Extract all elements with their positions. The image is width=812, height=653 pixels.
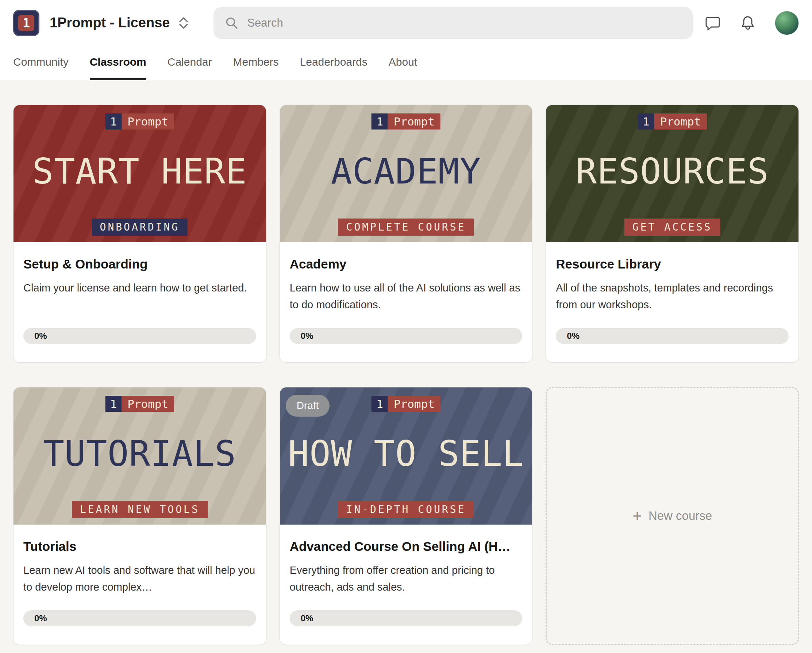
progress-bar: 0%	[556, 328, 789, 344]
brand-one-box: 1	[371, 396, 388, 412]
draft-badge: Draft	[286, 395, 330, 417]
progress-bar: 0%	[290, 328, 523, 344]
cover-tag: GET ACCESS	[624, 218, 720, 236]
plus-icon: +	[632, 508, 642, 524]
brand-prompt-box: Prompt	[122, 396, 174, 412]
cover-tag: LEARN NEW TOOLS	[72, 501, 208, 518]
brand-one-box: 1	[638, 113, 654, 130]
tab-classroom[interactable]: Classroom	[90, 46, 147, 80]
course-cover: 1 Prompt ACADEMY COMPLETE COURSE	[280, 105, 533, 242]
progress-bar: 0%	[23, 328, 256, 344]
brand-one-box: 1	[105, 113, 122, 130]
cover-tag: COMPLETE COURSE	[338, 218, 474, 236]
course-card-body: Tutorials Learn new AI tools and softwar…	[14, 525, 266, 645]
course-title: Advanced Course On Selling AI (H…	[290, 539, 523, 554]
community-title[interactable]: 1Prompt - License	[50, 15, 170, 31]
progress-label: 0%	[567, 331, 580, 341]
course-description: All of the snapshots, templates and reco…	[556, 279, 789, 313]
brand-prompt-box: Prompt	[388, 113, 441, 130]
progress-label: 0%	[34, 613, 47, 624]
course-card-body: Academy Learn how to use all of the AI s…	[280, 242, 533, 362]
bell-icon[interactable]	[740, 15, 756, 31]
cover-title: START HERE	[32, 151, 247, 192]
cover-title: HOW TO SELL	[288, 433, 524, 474]
tab-leaderboards[interactable]: Leaderboards	[300, 46, 368, 80]
chat-icon[interactable]	[705, 15, 721, 31]
course-description: Claim your license and learn how to get …	[23, 279, 256, 313]
course-description: Learn new AI tools and software that wil…	[23, 562, 256, 596]
course-cover: 1 Prompt START HERE ONBOARDING	[14, 105, 266, 242]
brand-prompt-box: Prompt	[388, 396, 441, 412]
oneprompt-brand-badge: 1 Prompt	[105, 396, 174, 412]
course-card-setup-onboarding[interactable]: 1 Prompt START HERE ONBOARDING Setup & O…	[13, 105, 266, 363]
search-bar[interactable]	[214, 7, 693, 39]
cover-tag: ONBOARDING	[92, 218, 188, 236]
nav-tabs: Community Classroom Calendar Members Lea…	[0, 46, 812, 80]
classroom-main: 1 Prompt START HERE ONBOARDING Setup & O…	[0, 80, 812, 653]
course-cover: Draft 1 Prompt HOW TO SELL IN-DEPTH COUR…	[280, 388, 533, 525]
brand-prompt-box: Prompt	[122, 113, 174, 130]
oneprompt-brand-badge: 1 Prompt	[105, 113, 174, 130]
course-cover: 1 Prompt RESOURCES GET ACCESS	[546, 105, 798, 242]
cover-tag: IN-DEPTH COURSE	[338, 501, 474, 518]
cover-title: ACADEMY	[331, 151, 481, 192]
community-logo-mark: 1	[18, 15, 34, 31]
oneprompt-brand-badge: 1 Prompt	[371, 113, 441, 130]
new-course-label: New course	[649, 509, 712, 523]
brand-prompt-box: Prompt	[654, 113, 707, 130]
course-title: Resource Library	[556, 257, 789, 272]
tab-calendar[interactable]: Calendar	[168, 46, 212, 80]
header-actions	[705, 11, 799, 35]
course-title: Setup & Onboarding	[23, 257, 256, 272]
avatar[interactable]	[775, 11, 799, 35]
cover-title: RESOURCES	[576, 151, 769, 192]
progress-label: 0%	[34, 331, 47, 341]
community-logo[interactable]: 1	[13, 10, 40, 36]
course-description: Learn how to use all of the AI solutions…	[290, 279, 523, 313]
course-card-body: Resource Library All of the snapshots, t…	[546, 242, 798, 362]
search-icon	[225, 17, 238, 29]
tab-about[interactable]: About	[389, 46, 417, 80]
course-card-how-to-sell[interactable]: Draft 1 Prompt HOW TO SELL IN-DEPTH COUR…	[279, 387, 533, 645]
progress-label: 0%	[301, 331, 313, 341]
course-grid: 1 Prompt START HERE ONBOARDING Setup & O…	[13, 105, 799, 645]
brand-one-box: 1	[105, 396, 122, 412]
course-description: Everything from offer creation and prici…	[290, 562, 523, 596]
course-card-resource-library[interactable]: 1 Prompt RESOURCES GET ACCESS Resource L…	[546, 105, 799, 363]
oneprompt-brand-badge: 1 Prompt	[371, 396, 441, 412]
header-top: 1 1Prompt - License	[0, 0, 812, 46]
header: 1 1Prompt - License	[0, 0, 812, 80]
search-input[interactable]	[247, 17, 681, 29]
tab-community[interactable]: Community	[13, 46, 69, 80]
course-cover: 1 Prompt TUTORIALS LEARN NEW TOOLS	[14, 388, 266, 525]
course-title: Tutorials	[23, 539, 256, 554]
progress-label: 0%	[301, 613, 313, 624]
brand-one-box: 1	[371, 113, 388, 130]
oneprompt-brand-badge: 1 Prompt	[638, 113, 707, 130]
course-card-body: Setup & Onboarding Claim your license an…	[14, 242, 266, 362]
community-switcher-icon[interactable]	[179, 17, 188, 29]
course-title: Academy	[290, 257, 523, 272]
progress-bar: 0%	[290, 610, 523, 626]
tab-members[interactable]: Members	[233, 46, 279, 80]
new-course-button[interactable]: + New course	[546, 387, 799, 645]
course-card-tutorials[interactable]: 1 Prompt TUTORIALS LEARN NEW TOOLS Tutor…	[13, 387, 266, 645]
course-card-body: Advanced Course On Selling AI (H… Everyt…	[280, 525, 533, 645]
progress-bar: 0%	[23, 610, 256, 626]
cover-title: TUTORIALS	[43, 433, 236, 474]
course-card-academy[interactable]: 1 Prompt ACADEMY COMPLETE COURSE Academy…	[279, 105, 533, 363]
